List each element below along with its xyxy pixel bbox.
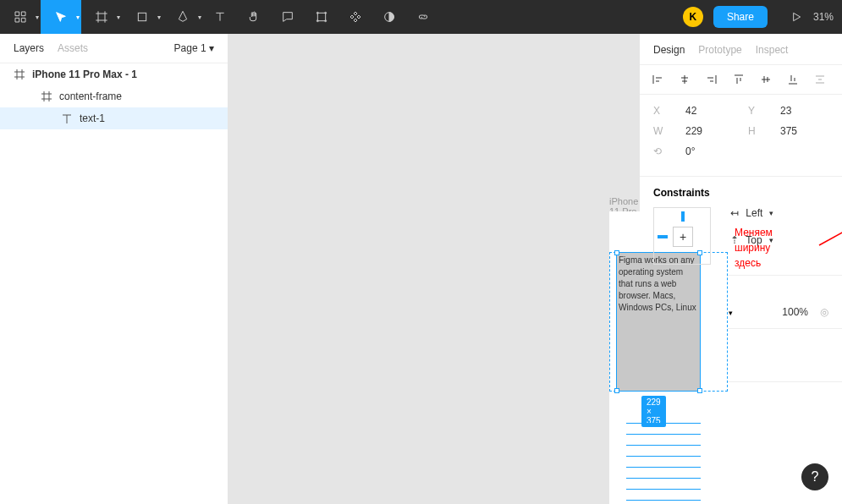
layer-label: content-frame: [59, 90, 122, 102]
component-icon[interactable]: [338, 0, 372, 34]
comment-tool[interactable]: [271, 0, 305, 34]
svg-rect-1: [317, 13, 325, 20]
menu-button[interactable]: ▾: [0, 0, 41, 34]
constraint-widget[interactable]: +: [653, 207, 711, 265]
user-avatar[interactable]: K: [683, 7, 703, 27]
align-bottom-icon[interactable]: [785, 72, 801, 87]
text-tool[interactable]: [203, 0, 237, 34]
hand-tool[interactable]: [237, 0, 271, 34]
resize-handle[interactable]: [614, 388, 619, 393]
visibility-icon[interactable]: ◎: [820, 306, 828, 318]
align-right-icon[interactable]: [704, 72, 719, 87]
alignment-row: [640, 65, 842, 95]
distribute-icon[interactable]: [812, 72, 828, 87]
h-label: H: [748, 125, 760, 137]
chevron-down-icon: ▾: [769, 209, 773, 217]
top-toolbar: ▾ ▾ ▾ ▾ ▾ K Share 31%: [0, 0, 842, 34]
annotation-text: Меняем ширинуздесь: [735, 225, 773, 271]
pen-tool[interactable]: ▾: [162, 0, 203, 34]
rotation-input[interactable]: 0°: [685, 145, 728, 157]
overflow-lines: [626, 423, 701, 504]
design-tab[interactable]: Design: [653, 44, 685, 56]
x-input[interactable]: 42: [685, 105, 728, 117]
y-input[interactable]: 23: [780, 105, 823, 117]
layer-frame[interactable]: iPhone 11 Pro Max - 1: [0, 63, 228, 85]
constraint-h-select[interactable]: ↤ Left ▾: [730, 207, 773, 219]
mask-icon[interactable]: [372, 0, 406, 34]
assets-tab[interactable]: Assets: [58, 42, 88, 54]
page-selector[interactable]: Page 1 ▾: [174, 42, 214, 54]
w-label: W: [653, 125, 665, 137]
frame-icon: [41, 90, 52, 102]
selected-text-element[interactable]: Figma works on any operating system that…: [616, 252, 701, 392]
resize-handle[interactable]: [614, 250, 619, 255]
rotation-icon: ⟲: [653, 145, 665, 157]
frame-tool[interactable]: ▾: [81, 0, 122, 34]
chevron-down-icon: ▾: [209, 42, 214, 54]
layer-label: iPhone 11 Pro Max - 1: [32, 68, 137, 80]
align-top-icon[interactable]: [731, 72, 746, 87]
layer-label: text-1: [80, 112, 105, 124]
x-label: X: [653, 105, 665, 117]
link-icon[interactable]: [406, 0, 440, 34]
h-input[interactable]: 375: [780, 125, 823, 137]
select-frame-icon[interactable]: [305, 0, 338, 34]
share-button[interactable]: Share: [713, 6, 768, 28]
layers-tab[interactable]: Layers: [14, 42, 44, 54]
layer-content-frame[interactable]: content-frame: [0, 85, 228, 107]
shape-tool[interactable]: ▾: [122, 0, 162, 34]
layer-text-1[interactable]: text-1: [0, 107, 228, 129]
move-tool[interactable]: ▾: [41, 0, 81, 34]
inspect-tab[interactable]: Inspect: [756, 44, 789, 56]
transform-section: X42 Y23 W229 H375 ⟲0°: [640, 95, 842, 177]
arrow-h-icon: ↤: [730, 207, 739, 219]
help-button[interactable]: ?: [801, 463, 828, 490]
prototype-tab[interactable]: Prototype: [698, 44, 741, 56]
svg-rect-0: [138, 13, 146, 20]
resize-handle[interactable]: [697, 388, 702, 393]
present-button[interactable]: [779, 0, 813, 34]
align-vcenter-icon[interactable]: [758, 72, 773, 87]
canvas[interactable]: iPhone 11 Pro Max - 1 Figma works on any…: [228, 34, 639, 504]
constraints-title: Constraints: [653, 187, 828, 199]
frame-icon: [14, 68, 25, 80]
align-left-icon[interactable]: [650, 72, 665, 87]
align-hcenter-icon[interactable]: [677, 72, 692, 87]
layers-panel: Layers Assets Page 1 ▾ iPhone 11 Pro Max…: [0, 34, 228, 504]
opacity-input[interactable]: 100%: [782, 306, 808, 318]
w-input[interactable]: 229: [685, 125, 728, 137]
y-label: Y: [748, 105, 760, 117]
text-icon: [61, 112, 73, 124]
zoom-level[interactable]: 31%: [813, 11, 834, 23]
